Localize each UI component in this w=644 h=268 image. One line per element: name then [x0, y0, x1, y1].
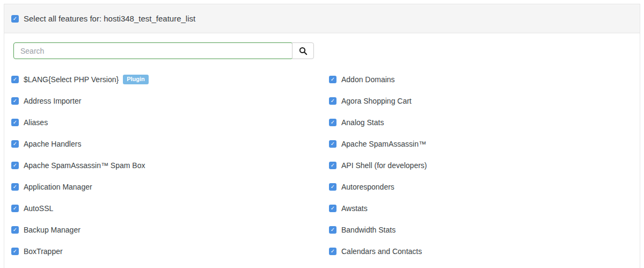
- feature-label: $LANG{Select PHP Version}: [24, 75, 119, 84]
- feature-item[interactable]: ✓ Calendars and Contacts: [322, 241, 640, 262]
- feature-item[interactable]: ✓ Aliases: [4, 112, 322, 133]
- feature-item[interactable]: ✓ Bandwidth Stats: [322, 219, 640, 241]
- feature-label: Awstats: [341, 204, 368, 213]
- checkbox-checked[interactable]: ✓: [329, 97, 336, 105]
- feature-label: Backup Manager: [24, 226, 80, 234]
- feature-label: Agora Shopping Cart: [341, 97, 412, 105]
- feature-item[interactable]: ✓ Autoresponders: [322, 176, 640, 198]
- feature-item[interactable]: ✓ Agora Shopping Cart: [322, 90, 640, 112]
- feature-label: Calendars and Contacts: [341, 247, 422, 256]
- checkbox-checked[interactable]: ✓: [11, 162, 19, 169]
- feature-item[interactable]: ✓ Addon Domains: [322, 69, 640, 90]
- checkbox-checked[interactable]: ✓: [329, 140, 336, 148]
- feature-label: Apache Handlers: [24, 140, 81, 148]
- feature-label: API Shell (for developers): [341, 161, 427, 170]
- feature-item[interactable]: ✓ API Shell (for developers): [322, 155, 640, 176]
- checkbox-checked[interactable]: ✓: [329, 119, 336, 126]
- feature-label: Addon Domains: [341, 75, 395, 84]
- select-all-header: ✓ Select all features for: hosti348_test…: [4, 4, 640, 33]
- checkbox-checked[interactable]: ✓: [329, 162, 336, 169]
- feature-label: Autoresponders: [341, 183, 394, 191]
- feature-column-right: ✓ Addon Domains ✓ Agora Shopping Cart ✓ …: [322, 69, 640, 262]
- feature-item[interactable]: ✓ AutoSSL: [4, 198, 322, 219]
- checkbox-checked[interactable]: ✓: [329, 248, 336, 255]
- feature-label: Application Manager: [24, 183, 92, 191]
- search-button[interactable]: [292, 42, 314, 59]
- feature-label: Bandwidth Stats: [341, 226, 396, 234]
- feature-label: Analog Stats: [341, 118, 384, 127]
- search-icon: [299, 47, 308, 55]
- checkbox-checked[interactable]: ✓: [329, 76, 336, 83]
- feature-item[interactable]: ✓ Application Manager: [4, 176, 322, 198]
- plugin-badge: Plugin: [123, 75, 149, 84]
- feature-item[interactable]: ✓ Analog Stats: [322, 112, 640, 133]
- feature-item[interactable]: ✓ Apache SpamAssassin™ Spam Box: [4, 155, 322, 176]
- checkbox-checked[interactable]: ✓: [11, 183, 19, 191]
- feature-column-left: ✓ $LANG{Select PHP Version} Plugin ✓ Add…: [4, 69, 322, 262]
- search-bar: [13, 42, 640, 59]
- feature-label: BoxTrapper: [24, 247, 63, 256]
- feature-item[interactable]: ✓ Apache Handlers: [4, 133, 322, 155]
- search-input[interactable]: [13, 42, 293, 59]
- checkbox-checked[interactable]: ✓: [11, 119, 19, 126]
- feature-label: Apache SpamAssassin™: [341, 140, 426, 148]
- feature-label: Address Importer: [24, 97, 81, 105]
- checkbox-checked[interactable]: ✓: [329, 205, 336, 212]
- checkbox-checked[interactable]: ✓: [11, 226, 19, 234]
- checkbox-checked[interactable]: ✓: [11, 97, 19, 105]
- select-all-label[interactable]: Select all features for: hosti348_test_f…: [24, 14, 195, 23]
- feature-columns: ✓ $LANG{Select PHP Version} Plugin ✓ Add…: [4, 69, 640, 262]
- feature-list-body: ✓ $LANG{Select PHP Version} Plugin ✓ Add…: [4, 42, 640, 262]
- select-all-checkbox-checked[interactable]: ✓: [11, 15, 19, 23]
- checkbox-checked[interactable]: ✓: [329, 226, 336, 234]
- feature-label: Apache SpamAssassin™ Spam Box: [24, 161, 145, 170]
- feature-list-panel: ✓ Select all features for: hosti348_test…: [4, 4, 640, 268]
- feature-item[interactable]: ✓ $LANG{Select PHP Version} Plugin: [4, 69, 322, 90]
- checkbox-checked[interactable]: ✓: [11, 248, 19, 255]
- checkbox-checked[interactable]: ✓: [11, 140, 19, 148]
- feature-label: Aliases: [24, 118, 48, 127]
- feature-item[interactable]: ✓ Address Importer: [4, 90, 322, 112]
- feature-item[interactable]: ✓ Awstats: [322, 198, 640, 219]
- feature-label: AutoSSL: [24, 204, 53, 213]
- feature-item[interactable]: ✓ Backup Manager: [4, 219, 322, 241]
- checkbox-checked[interactable]: ✓: [11, 205, 19, 212]
- feature-item[interactable]: ✓ Apache SpamAssassin™: [322, 133, 640, 155]
- feature-item[interactable]: ✓ BoxTrapper: [4, 241, 322, 262]
- checkbox-checked[interactable]: ✓: [329, 183, 336, 191]
- checkbox-checked[interactable]: ✓: [11, 76, 19, 83]
